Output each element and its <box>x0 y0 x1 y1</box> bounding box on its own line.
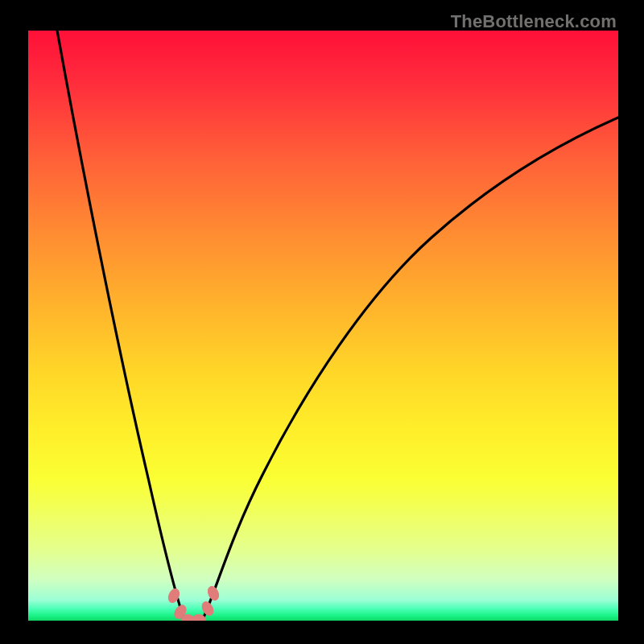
chart-frame: TheBottleneck.com <box>0 0 644 644</box>
watermark-text: TheBottleneck.com <box>451 11 617 32</box>
curve-right <box>202 118 618 621</box>
marker-right-lower <box>200 600 215 617</box>
plot-area <box>28 31 618 621</box>
marker-right-upper <box>206 584 221 601</box>
curve-overlay <box>28 31 618 621</box>
data-markers <box>167 584 221 621</box>
curve-left <box>57 31 184 621</box>
marker-bottom-right <box>192 615 205 621</box>
